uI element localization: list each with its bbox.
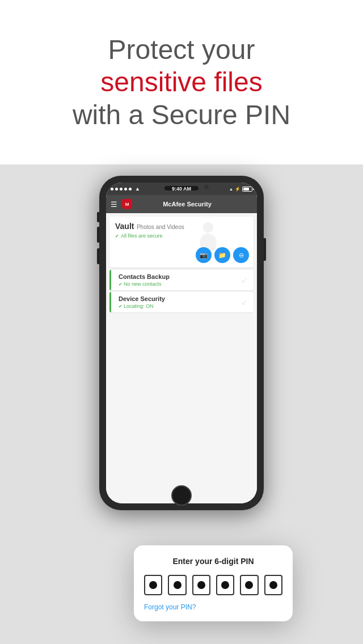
status-bar: ▲ 9:40 AM ▲ ⚡ (106, 183, 257, 195)
nav-bar: ☰ M McAfee Security (106, 195, 257, 213)
vault-card[interactable]: Vault Photos and Videos ✔ All files are … (109, 217, 254, 268)
device-security-item[interactable]: Device Security ✔ Locating: ON ↙ (109, 292, 254, 312)
pin-dot-inner-6 (269, 581, 277, 589)
nav-title: McAfee Security (137, 201, 238, 207)
signal-dot-4 (124, 188, 127, 190)
hamburger-menu-icon[interactable]: ☰ (111, 200, 117, 209)
pin-dialog: Enter your 6-digit PIN Forgot your PIN? (134, 545, 293, 621)
contacts-backup-bar (109, 270, 111, 290)
status-bar-right: ▲ ⚡ (229, 187, 252, 192)
battery-fill (243, 188, 249, 190)
svg-point-0 (203, 222, 213, 232)
phone-frame: ▲ 9:40 AM ▲ ⚡ ☰ M McAfee Security (99, 176, 264, 510)
contacts-check-icon: ✔ (119, 282, 123, 287)
check-icon: ✔ (115, 234, 119, 239)
bluetooth-icon: ⚡ (235, 187, 240, 192)
battery-icon (242, 187, 252, 192)
vault-camera-button[interactable]: 📷 (196, 247, 212, 263)
pin-dots-row (144, 575, 282, 595)
device-security-status: ✔ Locating: ON (115, 303, 248, 309)
mcafee-shield-icon: M (122, 199, 132, 209)
vault-subtitle: Photos and Videos (137, 224, 184, 230)
phone-mute-button (97, 212, 99, 222)
phone-vol-down-button (97, 248, 99, 264)
signal-dot-5 (129, 188, 132, 190)
screen-content: Vault Photos and Videos ✔ All files are … (106, 213, 257, 503)
forgot-pin-link[interactable]: Forgot your PIN? (144, 603, 282, 611)
contacts-backup-status-text: No new contacts (124, 281, 162, 287)
phone-power-button (264, 238, 266, 261)
vault-actions: 📷 📁 ⊖ (196, 247, 249, 263)
pin-dot-inner-3 (197, 581, 205, 589)
pin-dot-4 (216, 575, 234, 595)
phone-vol-up-button (97, 227, 99, 243)
pin-dot-inner-2 (174, 581, 182, 589)
device-security-status-text: Locating: ON (124, 303, 154, 309)
bottom-section: ▲ 9:40 AM ▲ ⚡ ☰ M McAfee Security (0, 164, 363, 644)
headline-text: Protect your sensitive files with a Secu… (73, 33, 290, 132)
pin-dot-inner-1 (149, 581, 157, 589)
phone-camera (204, 185, 209, 189)
device-security-title: Device Security (115, 295, 248, 302)
mcafee-shield-letter: M (125, 202, 129, 207)
phone-screen: ▲ 9:40 AM ▲ ⚡ ☰ M McAfee Security (106, 183, 257, 503)
contacts-backup-item[interactable]: Contacts Backup ✔ No new contacts ↙ (109, 270, 254, 290)
headline-line1: Protect your (108, 35, 255, 65)
device-check-icon: ✔ (119, 304, 123, 309)
wifi-icon: ▲ (135, 186, 140, 192)
vault-title: Vault (115, 222, 134, 231)
headline-section: Protect your sensitive files with a Secu… (0, 0, 363, 164)
device-security-bar (109, 292, 111, 312)
status-bar-left: ▲ (111, 186, 140, 192)
signal-dot-2 (115, 188, 118, 190)
vault-status-text: All files are secure (121, 233, 163, 239)
device-security-arrow-icon: ↙ (241, 298, 248, 307)
pin-dot-inner-5 (245, 581, 253, 589)
pin-dot-inner-4 (221, 581, 229, 589)
status-time: 9:40 AM (172, 186, 191, 192)
pin-dot-1 (144, 575, 162, 595)
vault-status: ✔ All files are secure (115, 233, 248, 239)
headline-line3: with a Secure PIN (73, 100, 290, 130)
signal-dot-1 (111, 188, 113, 190)
signal-dot-3 (120, 188, 123, 190)
phone-home-button[interactable] (171, 485, 192, 506)
vault-folder-button[interactable]: 📁 (214, 247, 230, 263)
headline-line2: sensitive files (100, 67, 262, 97)
pin-dot-3 (192, 575, 210, 595)
contacts-backup-title: Contacts Backup (115, 273, 248, 280)
pin-dot-2 (168, 575, 186, 595)
contacts-backup-arrow-icon: ↙ (241, 276, 248, 285)
vault-remove-button[interactable]: ⊖ (233, 247, 249, 263)
location-icon: ▲ (229, 187, 233, 191)
pin-dialog-title: Enter your 6-digit PIN (144, 557, 282, 566)
pin-dot-5 (240, 575, 258, 595)
pin-dot-6 (264, 575, 282, 595)
contacts-backup-status: ✔ No new contacts (115, 281, 248, 287)
